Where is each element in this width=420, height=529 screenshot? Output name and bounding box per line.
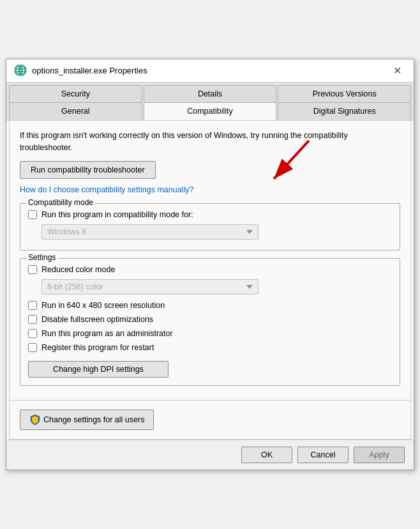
compat-mode-checkbox-label: Run this program in compatibility mode f… (41, 210, 193, 219)
tab-general[interactable]: General (9, 102, 142, 120)
tab-compatibility[interactable]: Compatibility (144, 102, 277, 120)
reduced-color-row: Reduced color mode (28, 265, 392, 274)
disable-fullscreen-checkbox[interactable] (28, 315, 37, 324)
run-admin-row: Run this program as an administrator (28, 329, 392, 338)
close-button[interactable]: ✕ (388, 61, 406, 79)
register-restart-row: Register this program for restart (28, 343, 392, 352)
window-title: options_installer.exe Properties (32, 66, 147, 75)
compat-mode-dropdown[interactable]: Windows 8 (41, 224, 259, 240)
run-troubleshooter-button[interactable]: Run compatibility troubleshooter (20, 161, 156, 179)
run-admin-label: Run this program as an administrator (41, 329, 173, 338)
settings-group: Settings Reduced color mode 8-bit (256) … (20, 258, 400, 386)
reduced-color-checkbox[interactable] (28, 265, 37, 274)
change-dpi-button[interactable]: Change high DPI settings (28, 361, 169, 378)
register-restart-label: Register this program for restart (41, 343, 154, 352)
compatibility-mode-label: Compatibility mode (26, 198, 96, 207)
disable-fullscreen-row: Disable fullscreen optimizations (28, 315, 392, 324)
tab-previous-versions[interactable]: Previous Versions (278, 85, 411, 102)
shield-icon (29, 414, 41, 425)
compat-mode-checkbox[interactable] (28, 210, 37, 219)
color-depth-dropdown[interactable]: 8-bit (256) color (41, 279, 259, 295)
register-restart-checkbox[interactable] (28, 343, 37, 352)
apply-button[interactable]: Apply (354, 447, 405, 463)
properties-dialog: options_installer.exe Properties ✕ Secur… (6, 59, 414, 471)
tabs-row1: Security Details Previous Versions (6, 82, 414, 102)
footer: OK Cancel Apply (6, 440, 414, 470)
disable-fullscreen-label: Disable fullscreen optimizations (41, 315, 153, 324)
info-text: If this program isn't working correctly … (20, 130, 400, 154)
app-icon (14, 64, 27, 77)
reduced-color-label: Reduced color mode (41, 265, 115, 274)
settings-label: Settings (26, 253, 58, 262)
tab-details[interactable]: Details (144, 85, 277, 102)
title-bar: options_installer.exe Properties ✕ (6, 59, 414, 82)
compat-mode-checkbox-row: Run this program in compatibility mode f… (28, 210, 392, 219)
change-all-users-button[interactable]: Change settings for all users (20, 410, 154, 430)
change-all-label: Change settings for all users (43, 415, 144, 424)
tab-security[interactable]: Security (9, 85, 142, 102)
cancel-button[interactable]: Cancel (297, 447, 349, 463)
main-content: If this program isn't working correctly … (9, 121, 411, 401)
bottom-section: Change settings for all users (9, 401, 411, 440)
run-admin-checkbox[interactable] (28, 329, 37, 338)
run-640-label: Run in 640 x 480 screen resolution (41, 301, 165, 310)
tabs-row2: General Compatibility Digital Signatures (6, 102, 414, 121)
tab-digital-signatures[interactable]: Digital Signatures (278, 102, 411, 120)
title-bar-left: options_installer.exe Properties (14, 64, 147, 77)
run-640-checkbox[interactable] (28, 301, 37, 310)
run-640-row: Run in 640 x 480 screen resolution (28, 301, 392, 310)
ok-button[interactable]: OK (241, 447, 292, 463)
compatibility-mode-group: Compatibility mode Run this program in c… (20, 203, 400, 250)
how-to-link[interactable]: How do I choose compatibility settings m… (20, 185, 400, 194)
